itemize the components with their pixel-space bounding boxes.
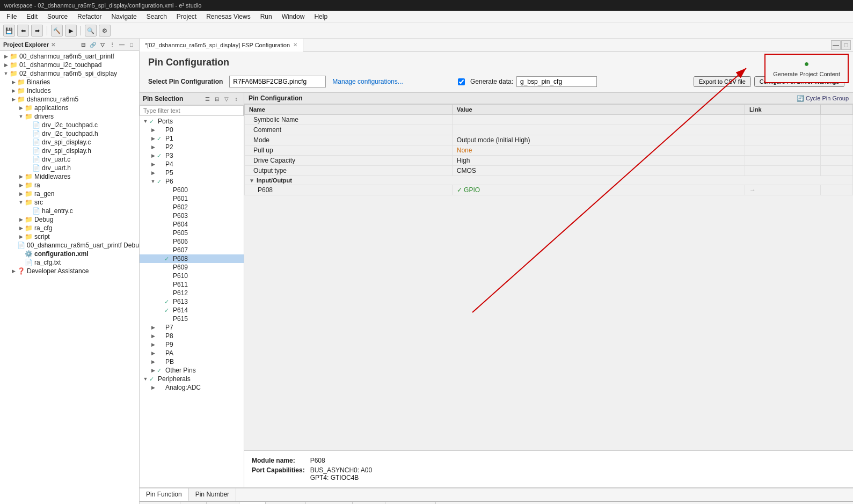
win-minimize-btn[interactable]: — xyxy=(831,40,841,50)
table-row[interactable]: Comment xyxy=(245,125,853,135)
table-row[interactable]: Pull up None xyxy=(245,145,853,156)
generate-data-checkbox[interactable] xyxy=(458,78,465,85)
pin-tree-item[interactable]: P603 xyxy=(140,211,244,220)
project-tree-item[interactable]: 📄 drv_i2c_touchpad.h xyxy=(0,129,139,138)
tab-interrupts[interactable]: Interrupts xyxy=(266,502,307,504)
pin-tree-item[interactable]: P605 xyxy=(140,229,244,237)
pin-tree-item[interactable]: ▼ ✓ Peripherals xyxy=(140,375,244,383)
toolbar-btn-3[interactable]: ➡ xyxy=(31,25,43,36)
pin-tree-item[interactable]: ▶ P4 xyxy=(140,160,244,169)
pin-tree-item[interactable]: P611 xyxy=(140,280,244,289)
filter-pin-btn[interactable]: ▽ xyxy=(222,94,231,103)
project-tree-item[interactable]: ▶ 📁 00_dshanmcu_ra6m5_uart_printf xyxy=(0,52,139,61)
generate-data-input[interactable] xyxy=(516,76,597,87)
pin-tree-item[interactable]: ✓ P613 xyxy=(140,297,244,306)
pin-tree-item[interactable]: ▶ ✓ P1 xyxy=(140,134,244,143)
project-tree-item[interactable]: ▶ 📁 Binaries xyxy=(0,78,139,86)
project-tree-item[interactable]: 📄 drv_uart.c xyxy=(0,155,139,164)
toolbar-btn-6[interactable]: 🔍 xyxy=(85,25,97,36)
manage-configurations-link[interactable]: Manage configurations... xyxy=(332,78,403,85)
project-tree-item[interactable]: ▶ 📁 Debug xyxy=(0,215,139,224)
export-csv-button[interactable]: Export to CSV file xyxy=(694,76,751,87)
project-tree-item[interactable]: ▶ 📁 01_dshanmcu_i2c_touchpad xyxy=(0,61,139,69)
project-tree-item[interactable]: ▶ 📁 dshanmcu_ra6m5 xyxy=(0,95,139,104)
toolbar-btn-2[interactable]: ⬅ xyxy=(17,25,29,36)
project-tree-item[interactable]: ▶ 📁 applications xyxy=(0,104,139,112)
project-tree-item[interactable]: ▶ 📁 ra xyxy=(0,181,139,189)
table-row[interactable]: Output type CMOS xyxy=(245,166,853,176)
pin-tree-item[interactable]: ▶ P9 xyxy=(140,340,244,349)
menu-project[interactable]: Project xyxy=(172,12,201,21)
project-tree-item[interactable]: ▶ 📁 script xyxy=(0,232,139,241)
win-maximize-btn[interactable]: □ xyxy=(841,40,851,50)
menu-refactor[interactable]: Refactor xyxy=(73,12,106,21)
pin-tree-item[interactable]: ▶ ✓ Other Pins xyxy=(140,366,244,375)
close-icon[interactable]: ✕ xyxy=(51,42,55,48)
sort-pin-btn[interactable]: ↕ xyxy=(232,94,240,103)
project-tree-item[interactable]: 📄 drv_spi_display.h xyxy=(0,147,139,155)
pin-tree-item[interactable]: ▶ Analog:ADC xyxy=(140,383,244,392)
toolbar-btn-5[interactable]: ▶ xyxy=(65,25,77,36)
pin-tree-item[interactable]: ▶ P0 xyxy=(140,126,244,134)
pin-number-tab[interactable]: Pin Number xyxy=(189,488,236,501)
pin-tree-item[interactable]: ▶ P5 xyxy=(140,169,244,177)
pin-tree-item[interactable]: P612 xyxy=(140,289,244,297)
menu-edit[interactable]: Edit xyxy=(22,12,42,21)
menu-search[interactable]: Search xyxy=(142,12,171,21)
pin-filter-input[interactable] xyxy=(140,105,244,116)
cycle-pin-group-button[interactable]: 🔄 Cycle Pin Group xyxy=(797,95,849,102)
tab-event-links[interactable]: Event Links xyxy=(306,502,353,504)
table-row[interactable]: Mode Output mode (Initial High) xyxy=(245,135,853,145)
io-link[interactable]: → xyxy=(745,185,821,195)
menu-source[interactable]: Source xyxy=(43,12,72,21)
project-tree-item[interactable]: ▶ 📁 ra_gen xyxy=(0,189,139,198)
project-tree-item[interactable]: ▶ 📁 Middlewares xyxy=(0,172,139,181)
pin-tree-item[interactable]: ▶ P8 xyxy=(140,332,244,340)
collapse-all-pin-btn[interactable]: ⊟ xyxy=(213,94,221,103)
tab-clocks[interactable]: Clocks xyxy=(207,502,239,504)
pin-tree-item[interactable]: ✓ P608 xyxy=(140,254,244,263)
pin-tree-item[interactable]: ▼ ✓ P6 xyxy=(140,177,244,186)
pin-tree-item[interactable]: ▶ ✓ P3 xyxy=(140,151,244,160)
toolbar-btn-7[interactable]: ⚙ xyxy=(99,25,111,36)
filter-btn[interactable]: ▽ xyxy=(98,40,107,49)
toolbar-btn-4[interactable]: 🔨 xyxy=(51,25,63,36)
project-tree-item[interactable]: 📄 hal_entry.c xyxy=(0,207,139,215)
project-tree-item[interactable]: ▶ 📁 ra_cfg xyxy=(0,224,139,232)
pin-tree-item[interactable]: P615 xyxy=(140,315,244,323)
tab-stacks[interactable]: Stacks xyxy=(353,502,385,504)
tab-pins[interactable]: Pins xyxy=(239,502,265,504)
project-tree-item[interactable]: ▼ 📁 drivers xyxy=(0,112,139,121)
toolbar-btn-1[interactable]: 💾 xyxy=(3,25,15,36)
maximize-btn[interactable]: □ xyxy=(127,40,136,49)
pin-tree-item[interactable]: P601 xyxy=(140,194,244,203)
pin-tree-item[interactable]: ▼ ✓ Ports xyxy=(140,117,244,126)
menu-navigate[interactable]: Navigate xyxy=(107,12,141,21)
project-tree-item[interactable]: 📄 drv_i2c_touchpad.c xyxy=(0,121,139,129)
pin-tree-item[interactable]: ✓ P614 xyxy=(140,306,244,315)
pin-tree-item[interactable]: P606 xyxy=(140,237,244,246)
link-editor-btn[interactable]: 🔗 xyxy=(89,40,97,49)
minimize-btn[interactable]: — xyxy=(118,40,126,49)
menu-run[interactable]: Run xyxy=(256,12,276,21)
project-tree-item[interactable]: 📄 drv_uart.h xyxy=(0,164,139,172)
pin-tree-item[interactable]: P602 xyxy=(140,203,244,211)
pin-tree-item[interactable]: P610 xyxy=(140,272,244,280)
project-tree-item[interactable]: ▼ 📁 02_dshanmcu_ra6m5_spi_display xyxy=(0,69,139,78)
fsp-config-tab[interactable]: *[02_dshanmcu_ra6m5_spi_display] FSP Con… xyxy=(140,39,303,52)
pin-tree-item[interactable]: P609 xyxy=(140,263,244,272)
table-row[interactable]: Drive Capacity High xyxy=(245,156,853,166)
pin-function-tab[interactable]: Pin Function xyxy=(140,488,189,501)
table-row[interactable]: P608 ✓ GPIO → xyxy=(245,185,853,195)
generate-project-content-button[interactable]: ● Generate Project Content xyxy=(764,54,849,83)
pin-tree-item[interactable]: ▶ PA xyxy=(140,349,244,357)
expand-all-pin-btn[interactable]: ☰ xyxy=(203,94,212,103)
pin-tree-item[interactable]: ▶ P2 xyxy=(140,143,244,151)
view-menu-btn[interactable]: ⋮ xyxy=(108,40,116,49)
tab-bsp[interactable]: BSP xyxy=(180,502,207,504)
menu-help[interactable]: Help xyxy=(310,12,332,21)
menu-renesas-views[interactable]: Renesas Views xyxy=(202,12,255,21)
table-row[interactable]: Symbolic Name xyxy=(245,115,853,125)
tab-close-icon[interactable]: ✕ xyxy=(293,42,297,48)
pin-tree-item[interactable]: P604 xyxy=(140,220,244,229)
